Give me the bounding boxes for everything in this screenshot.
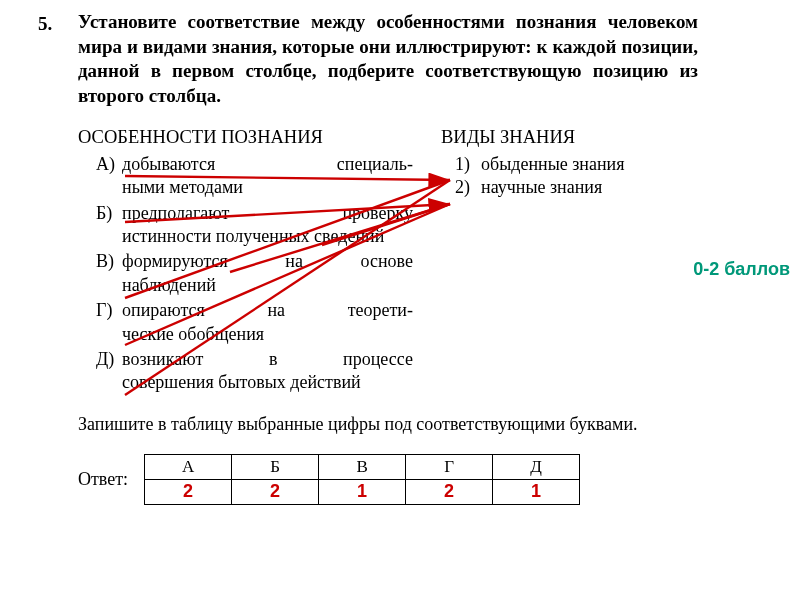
answer-header-d: Д	[493, 455, 580, 480]
left-option-b: Б) предполагают проверку истинности полу…	[78, 202, 413, 249]
question-number: 5.	[38, 12, 52, 37]
right-num: 2)	[441, 176, 481, 199]
left-option-v: В) формируются на основе наблюдений	[78, 250, 413, 297]
option-line2: наблюдений	[122, 274, 413, 297]
left-option-d: Д) возникают в процессе совершения бытов…	[78, 348, 413, 395]
right-heading: ВИДЫ ЗНАНИЯ	[441, 125, 681, 149]
right-num: 1)	[441, 153, 481, 176]
option-line1: возникают в процессе	[122, 348, 413, 371]
option-letter: Д)	[78, 348, 122, 395]
answer-value-a: 2	[145, 480, 232, 505]
right-text: обыденные знания	[481, 153, 625, 176]
option-line2: совершения бытовых действий	[122, 371, 413, 394]
option-letter: В)	[78, 250, 122, 297]
answer-label: Ответ:	[78, 468, 128, 491]
option-line2: ными методами	[122, 176, 413, 199]
answer-table: А Б В Г Д 2 2 1 2 1	[144, 454, 580, 505]
answer-header-g: Г	[406, 455, 493, 480]
option-text: добываются специаль- ными методами	[122, 153, 413, 200]
question-prompt: Установите соответствие между особенност…	[78, 10, 698, 109]
option-line1: предполагают проверку	[122, 202, 413, 225]
right-options: 1) обыденные знания 2) научные знания	[441, 153, 681, 200]
answer-area: Ответ: А Б В Г Д 2 2 1 2 1	[78, 454, 782, 505]
right-option-2: 2) научные знания	[441, 176, 681, 199]
right-text: научные знания	[481, 176, 602, 199]
left-options: А) добываются специаль- ными методами Б)…	[78, 153, 413, 395]
answer-header-a: А	[145, 455, 232, 480]
instruction-2: Запишите в таблицу выбранные цифры под с…	[78, 413, 718, 436]
answer-value-b: 2	[232, 480, 319, 505]
left-heading: ОСОБЕННОСТИ ПОЗНАНИЯ	[78, 125, 413, 149]
answer-header-b: Б	[232, 455, 319, 480]
answer-header-v: В	[319, 455, 406, 480]
table-row: А Б В Г Д	[145, 455, 580, 480]
option-line1: добываются специаль-	[122, 153, 413, 176]
answer-value-g: 2	[406, 480, 493, 505]
table-row: 2 2 1 2 1	[145, 480, 580, 505]
option-letter: Г)	[78, 299, 122, 346]
option-line1: формируются на основе	[122, 250, 413, 273]
option-line1: опираются на теорети-	[122, 299, 413, 322]
left-option-a: А) добываются специаль- ными методами	[78, 153, 413, 200]
right-column: ВИДЫ ЗНАНИЯ 1) обыденные знания 2) научн…	[441, 125, 681, 397]
option-letter: Б)	[78, 202, 122, 249]
option-text: опираются на теорети- ческие обобщения	[122, 299, 413, 346]
option-text: возникают в процессе совершения бытовых …	[122, 348, 413, 395]
option-text: предполагают проверку истинности получен…	[122, 202, 413, 249]
right-option-1: 1) обыденные знания	[441, 153, 681, 176]
option-text: формируются на основе наблюдений	[122, 250, 413, 297]
answer-value-v: 1	[319, 480, 406, 505]
left-option-g: Г) опираются на теорети- ческие обобщени…	[78, 299, 413, 346]
score-label: 0-2 баллов	[693, 258, 790, 281]
option-line2: истинности полученных сведений	[122, 225, 413, 248]
exercise-page: 5. Установите соответствие между особенн…	[0, 0, 800, 600]
option-letter: А)	[78, 153, 122, 200]
answer-value-d: 1	[493, 480, 580, 505]
left-column: ОСОБЕННОСТИ ПОЗНАНИЯ А) добываются специ…	[78, 125, 413, 397]
option-line2: ческие обобщения	[122, 323, 413, 346]
columns-wrap: ОСОБЕННОСТИ ПОЗНАНИЯ А) добываются специ…	[78, 125, 782, 397]
